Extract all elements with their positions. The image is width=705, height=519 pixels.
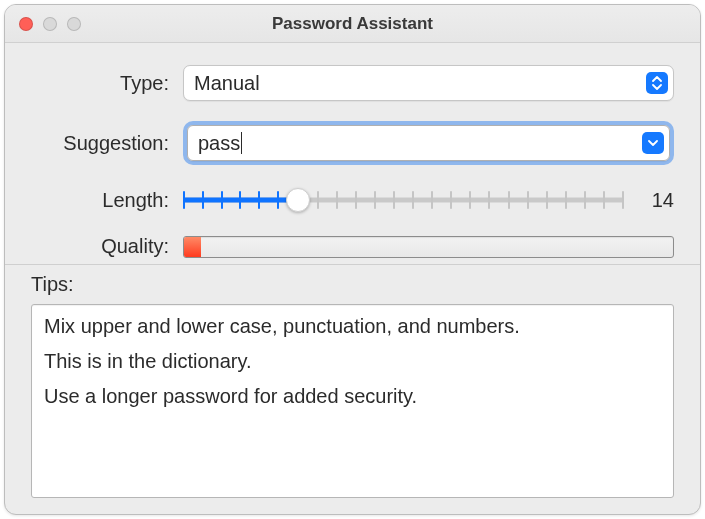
type-value: Manual: [194, 72, 260, 95]
length-value: 14: [638, 189, 674, 212]
length-label: Length:: [31, 189, 169, 212]
tips-label: Tips:: [31, 273, 674, 296]
slider-ticks-active: [183, 191, 298, 209]
tips-box: Mix upper and lower case, punctuation, a…: [31, 304, 674, 498]
suggestion-dropdown-button[interactable]: [642, 132, 664, 154]
chevron-up-down-icon: [652, 76, 662, 90]
quality-meter-fill: [184, 237, 201, 257]
window-controls: [19, 5, 81, 42]
tip-line: Use a longer password for added security…: [44, 385, 661, 408]
type-label: Type:: [31, 72, 169, 95]
slider-thumb[interactable]: [286, 188, 310, 212]
suggestion-input[interactable]: pass: [198, 132, 242, 154]
length-slider[interactable]: [183, 185, 624, 215]
close-window-button[interactable]: [19, 17, 33, 31]
zoom-window-button[interactable]: [67, 17, 81, 31]
tip-line: This is in the dictionary.: [44, 350, 661, 373]
password-assistant-window: Password Assistant Type: Manual Suggesti…: [4, 4, 701, 515]
tip-line: Mix upper and lower case, punctuation, a…: [44, 315, 661, 338]
quality-label: Quality:: [31, 235, 169, 258]
chevron-down-icon: [648, 139, 658, 147]
suggestion-combo[interactable]: pass: [187, 125, 670, 161]
titlebar: Password Assistant: [5, 5, 700, 43]
type-popup[interactable]: Manual: [183, 65, 674, 101]
popup-indicator: [646, 72, 668, 94]
slider-ticks-inactive: [298, 191, 624, 209]
quality-meter: [183, 236, 674, 258]
suggestion-label: Suggestion:: [31, 132, 169, 155]
minimize-window-button[interactable]: [43, 17, 57, 31]
window-title: Password Assistant: [5, 14, 700, 34]
